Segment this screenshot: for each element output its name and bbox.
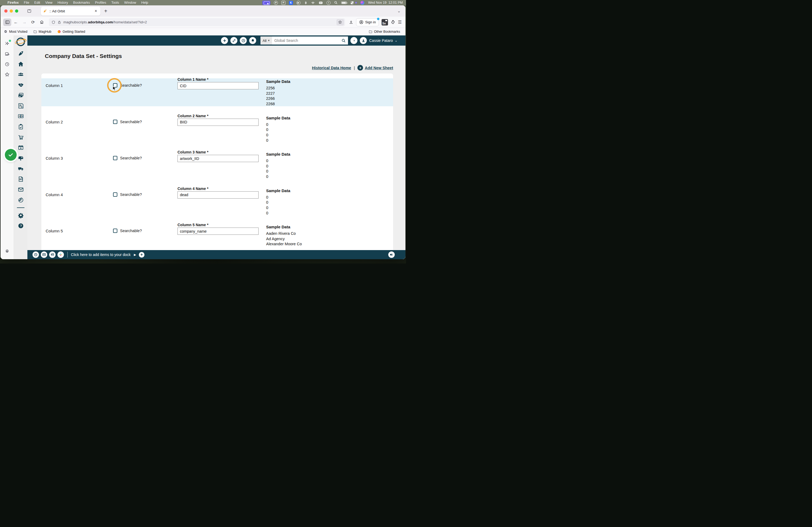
url-text[interactable]: maghubscripts.adorbitqa.com/home/data/se…	[63, 20, 336, 24]
list-tabs-chevron-icon[interactable]: ⌄	[397, 9, 401, 13]
tasks-clipboard-icon[interactable]	[15, 122, 26, 132]
help-circle-icon[interactable]: ?	[350, 37, 358, 44]
bookmark-star-icon[interactable]	[336, 19, 344, 26]
active-tab[interactable]: :: Ad Orbit ✕	[41, 7, 100, 16]
wifi-icon[interactable]	[311, 1, 315, 5]
link-icon[interactable]	[230, 37, 237, 44]
play-status-icon[interactable]: ▶	[296, 1, 301, 5]
searchable-checkbox[interactable]	[113, 156, 117, 160]
menu-profiles[interactable]: Profiles	[95, 1, 106, 4]
screen-recording-icon[interactable]	[262, 1, 271, 5]
column-name-input[interactable]	[177, 119, 259, 126]
new-tab-button[interactable]: +	[104, 8, 107, 14]
reports-pie-icon[interactable]	[15, 195, 26, 205]
spotlight-icon[interactable]	[334, 1, 338, 5]
siri-icon[interactable]	[360, 1, 364, 5]
signin-button[interactable]: Sign in	[356, 18, 379, 26]
ai-chatbot-icon[interactable]	[3, 39, 12, 48]
keyboard-brightness-icon[interactable]	[318, 1, 323, 5]
invoice-icon[interactable]: $	[15, 101, 26, 111]
home-icon[interactable]	[15, 59, 26, 69]
screen-share-icon[interactable]	[3, 49, 12, 59]
column-name-input[interactable]	[177, 155, 259, 162]
home-button[interactable]	[38, 18, 46, 26]
ad-orbit-logo[interactable]	[16, 37, 26, 47]
column-name-input[interactable]	[177, 228, 259, 235]
dock-toggle-icon[interactable]	[388, 252, 395, 258]
control-center-icon[interactable]	[350, 1, 357, 5]
column-name-input[interactable]	[177, 191, 259, 199]
battery-icon[interactable]	[341, 1, 347, 4]
forward-button[interactable]: →	[20, 18, 28, 26]
time-machine-icon[interactable]: !	[327, 1, 331, 5]
dock-hint-text[interactable]: Click here to add items to your dock	[71, 253, 131, 257]
searchable-checkbox[interactable]	[113, 229, 117, 233]
bookmark-maghub-folder[interactable]: MagHub	[33, 30, 51, 33]
menu-help[interactable]: Help	[141, 1, 148, 4]
cart-icon[interactable]	[15, 132, 26, 142]
handshake-icon[interactable]	[15, 80, 26, 90]
column-name-input[interactable]	[177, 82, 259, 89]
bookmark-getting-started[interactable]: Getting Started	[57, 30, 85, 33]
historical-data-home-link[interactable]: Historical Data Home	[312, 66, 351, 70]
keyboard-app-icon[interactable]: K	[289, 1, 293, 5]
menu-tools[interactable]: Tools	[111, 1, 119, 4]
parallels-icon[interactable]: P	[274, 1, 278, 5]
dock-add-icon[interactable]: +	[139, 252, 144, 258]
events-calendar-icon[interactable]	[15, 142, 26, 153]
settings-gear-icon[interactable]	[15, 210, 26, 221]
bluetooth-icon[interactable]	[304, 1, 307, 5]
delivery-truck-icon[interactable]	[15, 163, 26, 174]
menu-file[interactable]: File	[24, 1, 29, 4]
url-bar[interactable]: maghubscripts.adorbitqa.com/home/data/se…	[49, 18, 345, 26]
minimize-window-button[interactable]	[10, 10, 13, 13]
search-icon[interactable]	[341, 36, 348, 45]
user-menu-chevron-icon[interactable]: ⌄	[395, 39, 397, 42]
searchable-checkbox[interactable]	[113, 120, 117, 124]
global-search-input[interactable]	[272, 36, 341, 45]
app-menu-icon[interactable]: ☰	[398, 19, 402, 25]
bookmark-most-visited[interactable]: Most Visited	[4, 30, 27, 33]
w2-document-icon[interactable]: W2	[15, 174, 26, 184]
menu-firefox[interactable]: Firefox	[8, 1, 19, 4]
media-images-icon[interactable]	[15, 90, 26, 101]
dock-recent-icon[interactable]	[32, 252, 39, 258]
tab-close-icon[interactable]: ✕	[93, 9, 98, 13]
dock-expand-arrow-icon[interactable]: ▶	[134, 253, 136, 257]
other-bookmarks[interactable]: Other Bookmarks	[369, 30, 400, 33]
mailbox-icon[interactable]	[15, 153, 26, 163]
user-avatar-icon[interactable]	[360, 37, 367, 44]
success-check-badge[interactable]	[5, 149, 17, 161]
search-filter-select[interactable]: All▼	[260, 36, 272, 45]
dock-slack-icon[interactable]	[57, 252, 64, 258]
close-window-button[interactable]	[4, 10, 8, 13]
dock-campaign-email-icon[interactable]	[49, 252, 56, 258]
history-clock-icon[interactable]	[3, 60, 12, 69]
launch-rocket-icon[interactable]	[15, 48, 26, 59]
searchable-checkbox[interactable]	[113, 192, 117, 197]
downloads-icon[interactable]	[349, 20, 353, 25]
sidebar-settings-gear-icon[interactable]	[3, 246, 12, 255]
contacts-icon[interactable]	[15, 69, 26, 80]
menu-edit[interactable]: Edit	[34, 1, 40, 4]
menu-history[interactable]: History	[57, 1, 68, 4]
dock-email-icon[interactable]	[41, 252, 47, 258]
user-name[interactable]: Cassie Pataro	[369, 39, 393, 43]
notifications-bell-icon[interactable]	[249, 37, 256, 44]
firefox-view-icon[interactable]	[26, 7, 33, 15]
tracking-shield-icon[interactable]	[52, 20, 55, 24]
back-button[interactable]: ←	[12, 18, 20, 26]
menu-view[interactable]: View	[45, 1, 52, 4]
bookmarks-star-icon[interactable]	[3, 70, 12, 79]
rate-card-book-icon[interactable]: A$	[15, 111, 26, 122]
preferences-app-icon[interactable]: P	[281, 1, 286, 5]
recent-activity-icon[interactable]	[240, 37, 247, 44]
zoom-window-button[interactable]	[15, 10, 18, 13]
sidebar-toggle-button[interactable]	[3, 18, 11, 26]
menu-window[interactable]: Window	[124, 1, 136, 4]
window-controls[interactable]	[4, 10, 18, 13]
lock-icon[interactable]	[57, 20, 61, 24]
add-new-sheet-link[interactable]: + Add New Sheet	[358, 65, 393, 71]
reload-button[interactable]: ⟳	[29, 18, 37, 26]
selenium-extension-icon[interactable]: Se	[381, 19, 388, 26]
